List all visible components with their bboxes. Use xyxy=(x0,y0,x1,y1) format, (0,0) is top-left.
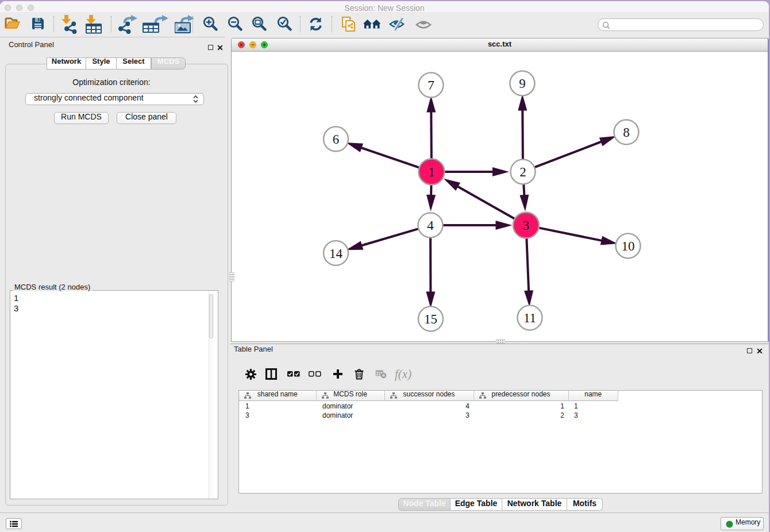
svg-text:11: 11 xyxy=(523,311,536,325)
svg-text:2: 2 xyxy=(519,165,526,179)
svg-text:15: 15 xyxy=(424,312,437,326)
svg-text:f(x): f(x) xyxy=(395,367,411,381)
svg-text:1: 1 xyxy=(428,165,435,179)
svg-text:9: 9 xyxy=(519,76,526,91)
svg-text:7: 7 xyxy=(428,78,434,92)
svg-text:8: 8 xyxy=(623,125,630,140)
svg-text:6: 6 xyxy=(333,132,340,147)
svg-text:14: 14 xyxy=(329,246,343,261)
svg-text:10: 10 xyxy=(622,239,635,253)
svg-text:3: 3 xyxy=(523,218,530,233)
svg-text:4: 4 xyxy=(427,218,434,233)
